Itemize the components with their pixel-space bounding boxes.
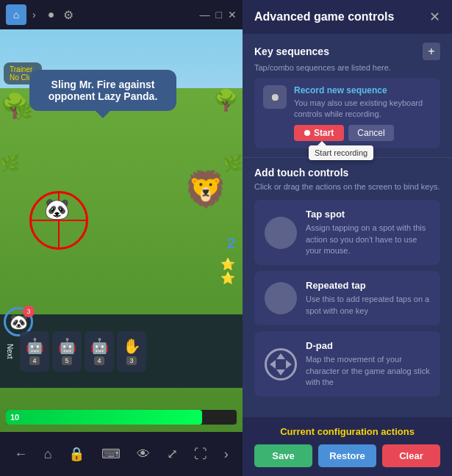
score-badge: 2 [227,235,235,252]
repeated-tap-name: Repeated tap [306,280,430,291]
home-toolbar-button[interactable]: ⌂ [44,447,52,462]
touch-controls-section: Add touch controls Click or drag the act… [243,158,452,412]
tap-spot-icon [265,217,297,249]
right-panel: Advanced game controls ✕ Key sequences +… [243,0,452,476]
cancel-button[interactable]: Cancel [348,125,393,141]
touch-controls-title: Add touch controls [254,167,440,178]
unit-slot-4[interactable]: ✋ 3 [117,331,146,372]
record-actions: Start Cancel Start recording [294,125,431,141]
dpad-card[interactable]: D-pad Map the movement of your character… [254,331,440,397]
tap-spot-desc: Assign tapping on a spot with this actio… [306,223,430,256]
health-bar: 10 [6,410,237,425]
dpad-right-icon [286,360,292,369]
unit-slot-2[interactable]: 🤖 5 [52,331,82,372]
unit-icon-3: 🤖 [90,337,109,355]
dpad-desc: Map the movement of your character or th… [306,354,430,388]
action-bar: Current configuration actions Save Resto… [243,417,452,476]
expand-button[interactable]: ⛶ [194,447,207,462]
start-button[interactable]: Start [294,125,344,141]
microphone-icon: ⏺ [270,91,280,103]
clear-button[interactable]: Clear [382,444,440,467]
health-bar-fill [6,410,202,425]
chevron-right-icon: › [32,9,36,21]
key-sequences-section: Key sequences + Tap/combo sequences are … [243,34,452,158]
unit-cost-2: 5 [62,356,71,365]
speech-bubble: Sling Mr. Fire against opponent Lazy Pan… [29,70,176,111]
units-bar: Next 🐼 3 🤖 4 🤖 5 🤖 4 ✋ 3 [0,314,243,388]
sequence-text: Record new sequence You may also use exi… [294,85,431,141]
panel-content: Key sequences + Tap/combo sequences are … [243,34,452,417]
dpad-left-icon [270,360,276,369]
unit-badge: 3 [23,306,35,317]
dpad-name: D-pad [306,340,430,351]
panda-character: 🐼 [44,197,70,221]
lock-button[interactable]: 🔒 [68,446,85,462]
game-area: 🌳 🌳 🌿 🌿 🌿 Trainer No Club Sling Mr. Fire… [0,29,243,432]
section-header: Key sequences + [254,43,440,60]
start-recording-tooltip: Start recording [309,145,373,160]
tap-spot-name: Tap spot [306,209,430,220]
repeated-tap-card[interactable]: Repeated tap Use this to add repeated ta… [254,271,440,325]
game-panel: ⌂ › ● ⚙ — □ ✕ 🌳 🌳 🌿 🌿 🌿 Trainer No Club … [0,0,243,476]
next-button[interactable]: › [224,447,229,462]
home-icon: ⌂ [13,9,19,21]
unit-icon-2: 🤖 [58,337,76,355]
health-value: 10 [10,413,19,422]
gear-icon[interactable]: ⚙ [63,8,73,22]
back-button[interactable]: ← [14,447,27,462]
top-bar: ⌂ › ● ⚙ — □ ✕ [0,0,243,29]
unit-cost-4: 3 [126,356,136,365]
next-label: Next [6,344,14,359]
keyboard-button[interactable]: ⌨ [101,446,121,462]
action-buttons: Save Restore Clear [254,444,440,467]
dpad-icon [265,348,297,381]
top-bar-icons: ● ⚙ [48,8,74,22]
camera-icon[interactable]: ● [48,8,55,21]
window-controls: — □ ✕ [200,9,237,21]
start-label: Start [314,128,334,138]
minimize-button[interactable]: — [200,9,210,21]
tap-spot-info: Tap spot Assign tapping on a spot with t… [306,209,430,256]
view-button[interactable]: 👁 [137,447,150,462]
panel-close-button[interactable]: ✕ [429,9,440,25]
home-button[interactable]: ⌂ [6,4,26,25]
close-window-button[interactable]: ✕ [228,9,237,21]
repeated-tap-info: Repeated tap Use this to add repeated ta… [306,280,430,317]
touch-controls-desc: Click or drag the actions on the screen … [254,181,440,192]
panel-header: Advanced game controls ✕ [243,0,452,34]
record-sequence-item: ⏺ Record new sequence You may also use e… [254,78,440,148]
panel-title: Advanced game controls [254,10,394,24]
record-sequence-icon: ⏺ [263,85,287,109]
unit-slot-3[interactable]: 🤖 4 [85,331,114,372]
dpad-info: D-pad Map the movement of your character… [306,340,430,388]
repeated-tap-icon [265,282,297,314]
unit-icon-4: ✋ [123,337,141,355]
tap-spot-card[interactable]: Tap spot Assign tapping on a spot with t… [254,200,440,265]
bottom-toolbar: ← ⌂ 🔒 ⌨ 👁 ⤢ ⛶ › [0,432,243,476]
restore-button[interactable]: Restore [318,444,376,467]
unit-cost-3: 4 [94,356,104,365]
bush-decoration-2: 🌿 [0,154,20,173]
sequence-name: Record new sequence [294,85,431,95]
unit-cost-1: 4 [29,356,39,365]
add-sequence-button[interactable]: + [423,43,440,60]
sequence-hint: You may also use existing keyboard contr… [294,98,431,120]
save-button[interactable]: Save [254,444,312,467]
key-sequences-title: Key sequences [254,46,329,57]
star-badges: ⭐⭐ [220,257,235,285]
unit-slot-1[interactable]: 🤖 4 [20,331,49,372]
record-dot-icon [304,130,310,136]
key-sequences-desc: Tap/combo sequences are listed here. [254,63,440,72]
lion-character: 🦁 [184,169,228,210]
unit-icon-1: 🤖 [26,337,44,355]
tree-decoration-2: 🌳 [213,88,239,112]
screen-button[interactable]: ⤢ [167,446,178,462]
maximize-button[interactable]: □ [216,9,222,21]
repeated-tap-desc: Use this to add repeated taps on a spot … [306,294,430,317]
config-label: Current configuration actions [254,426,440,437]
